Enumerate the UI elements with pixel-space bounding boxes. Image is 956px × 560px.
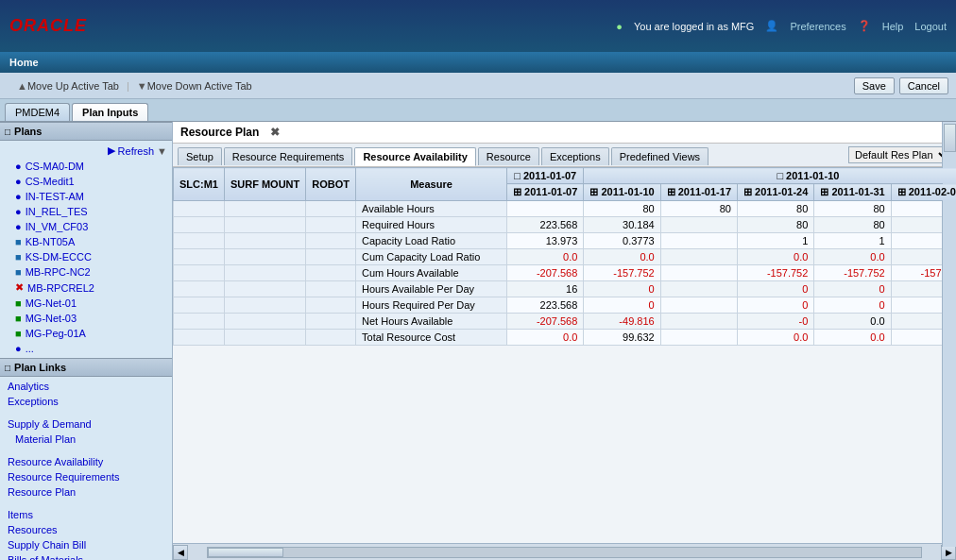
sidebar-link-material-plan[interactable]: Material Plan [0,432,172,447]
sidebar-plan-links-header[interactable]: □ Plan Links [0,358,172,377]
cell-slc-hours-day [174,281,225,297]
sidebar-plans-header[interactable]: □ Plans [0,122,172,141]
sidebar-item-cs-medit1[interactable]: ● CS-Medit1 [0,174,172,189]
cell-surf-total-cost [224,330,305,346]
res-tab-resource[interactable]: Resource [478,147,539,165]
sidebar-item-ks-dm-eccc[interactable]: ■ KS-DM-ECCC [0,249,172,264]
cell-cum-hours-01-24: -157.752 [738,265,814,281]
sub-date-2011-01-17: ⊞ 2011-01-17 [660,184,737,201]
sidebar-item-mg-peg-01a[interactable]: ■ MG-Peg-01A [0,326,172,341]
tab-pmdem4-label: PMDEM4 [15,107,60,118]
date-group-2011-01-07[interactable]: □ 2011-01-07 [507,168,584,184]
user-icon: ● [616,21,623,32]
move-up-tab-button[interactable]: Move Up Active Tab [27,80,119,92]
sidebar-link-exceptions[interactable]: Exceptions [0,394,172,409]
cancel-button[interactable]: Cancel [899,77,948,94]
user-info: ● You are logged in as MFG 👤 Preferences… [616,20,947,32]
refresh-button[interactable]: ▶ Refresh ▼ [0,143,172,159]
item-icon-mb-rpcrel2: ✖ [15,281,24,294]
top-header: ORACLE ● You are logged in as MFG 👤 Pref… [0,0,956,52]
item-icon-in-vm-cf03: ● [15,221,22,232]
user-text: You are logged in as MFG [634,21,754,32]
default-res-plan-select[interactable]: Default Res Plan [848,146,951,163]
nav-bar: Home [0,52,956,73]
move-down-tab-label: Move Down Active Tab [147,80,252,92]
cell-total-cost-01-07: 0.0 [507,330,584,346]
table-row: Hours Available Per Day 16 0 0 0 0 0 [174,281,957,297]
scrollbar-track[interactable] [207,547,922,558]
row-label-required-hours: Required Hours [356,217,507,233]
refresh-label: Refresh [118,145,155,157]
item-label-mb-rpc-nc2: MB-RPC-NC2 [26,266,91,278]
row-label-available-hours: Available Hours [356,201,507,217]
logout-link[interactable]: Logout [914,21,947,32]
res-tab-resource-availability[interactable]: Resource Availability [354,147,475,166]
resource-plan-title: Resource Plan [180,126,259,139]
res-tab-setup[interactable]: Setup [178,147,222,165]
sidebar-link-resources[interactable]: Resources [0,522,172,537]
sidebar-item-more[interactable]: ● ... [0,341,172,356]
sidebar-link-supply-chain-bill[interactable]: Supply Chain Bill [0,537,172,552]
date-group-2011-01-10[interactable]: □ 2011-01-10 [584,168,956,184]
save-button[interactable]: Save [854,77,895,94]
res-tab-exceptions[interactable]: Exceptions [541,147,609,165]
res-tab-select-area: Default Res Plan [848,146,951,166]
cell-avail-01-07 [507,201,584,217]
item-label-more: ... [26,343,34,354]
sidebar-link-analytics[interactable]: Analytics [0,379,172,394]
sidebar-link-bills-of-materials[interactable]: Bills of Materials [0,552,172,560]
plans-label: Plans [14,126,42,137]
sidebar-link-resource-plan[interactable]: Resource Plan [0,484,172,500]
tab-plan-inputs[interactable]: Plan Inputs [72,103,148,121]
data-grid-container[interactable]: SLC:M1 SURF MOUNT ROBOT Measure □ 2011-0… [173,167,956,543]
item-icon-kb-nt05a: ■ [15,236,22,247]
col-header-surf-mount: SURF MOUNT [224,168,305,201]
resource-tab-strip: Setup Resource Requirements Resource Ava… [173,144,956,167]
cell-surf-req [224,217,305,233]
sidebar-item-in-rel-tes[interactable]: ● IN_REL_TES [0,204,172,219]
preferences-icon: 👤 [765,20,778,32]
preferences-link[interactable]: Preferences [790,21,845,32]
sidebar-item-cs-ma0-dm[interactable]: ● CS-MA0-DM [0,159,172,174]
resource-plan-close-icon[interactable]: ✖ [270,126,280,139]
material-plan-label: Material Plan [15,433,76,445]
oracle-text: ORACLE [9,16,87,35]
move-down-tab-button[interactable]: Move Down Active Tab [147,80,252,92]
sidebar-link-resource-availability[interactable]: Resource Availability [0,454,172,469]
row-label-cum-capacity-load-ratio: Cum Capacity Load Ratio [356,249,507,265]
sidebar-item-mb-rpc-nc2[interactable]: ■ MB-RPC-NC2 [0,264,172,280]
sub-date-icon-17: ⊞ [667,186,675,197]
sub-date-icon-24: ⊞ [743,186,752,197]
cell-cum-cap-01-07: 0.0 [507,249,584,265]
sidebar-item-in-test-am[interactable]: ● IN-TEST-AM [0,189,172,204]
cell-robot-hours-day [306,281,356,297]
move-up-icon: ▲ [17,80,27,92]
sidebar-link-items[interactable]: Items [0,507,172,522]
table-row: Required Hours 223.568 30.184 80 80 80 8… [174,217,957,233]
sidebar-item-mg-net-01[interactable]: ■ MG-Net-01 [0,296,172,311]
sidebar-link-supply-demand[interactable]: Supply & Demand [0,416,172,432]
row-label-capacity-load-ratio: Capacity Load Ratio [356,233,507,249]
scroll-left-button[interactable]: ◀ [173,545,188,560]
plan-links-toggle-icon: □ [5,363,10,373]
sidebar-item-in-vm-cf03[interactable]: ● IN_VM_CF03 [0,219,172,234]
res-tab-predefined-views[interactable]: Predefined Views [611,147,708,165]
cell-cum-cap-01-10: 0.0 [584,249,660,265]
cell-cum-hours-01-10: -157.752 [584,265,660,281]
cell-cap-01-17 [660,233,737,249]
scrollbar-thumb[interactable] [208,548,283,557]
supply-chain-bill-label: Supply Chain Bill [8,539,86,551]
home-link[interactable]: Home [9,57,39,68]
help-link[interactable]: Help [882,21,904,32]
sidebar-item-mg-net-03[interactable]: ■ MG-Net-03 [0,311,172,326]
horizontal-scrollbar[interactable]: ◀ ▶ [173,543,956,560]
sidebar-item-kb-nt05a[interactable]: ■ KB-NT05A [0,234,172,249]
sidebar-item-mb-rpcrel2[interactable]: ✖ MB-RPCREL2 [0,280,172,296]
cell-robot-cum-hours [306,265,356,281]
res-tab-resource-requirements[interactable]: Resource Requirements [224,147,353,165]
tab-strip: PMDEM4 Plan Inputs [0,99,956,122]
tab-pmdem4[interactable]: PMDEM4 [5,103,70,121]
oracle-logo: ORACLE [9,16,87,36]
sidebar-link-resource-requirements[interactable]: Resource Requirements [0,469,172,484]
cell-cum-cap-01-17 [660,249,737,265]
